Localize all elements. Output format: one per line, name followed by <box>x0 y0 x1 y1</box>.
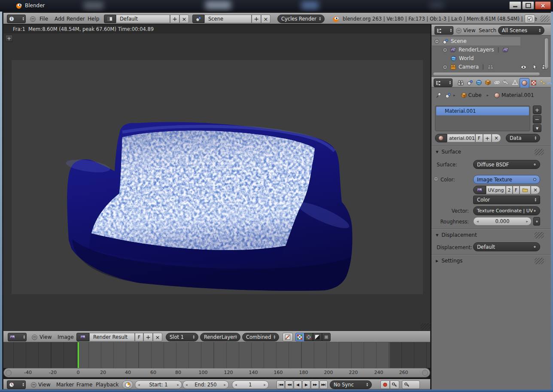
tab-object[interactable] <box>483 78 492 87</box>
expand-toggle-icon[interactable]: + <box>443 48 447 52</box>
play-button[interactable]: ▶ <box>302 380 310 389</box>
image-paint-toggle[interactable] <box>283 333 293 341</box>
roughness-socket-button[interactable] <box>533 217 540 226</box>
window-titlebar[interactable]: Blender × <box>0 0 553 12</box>
render-engine-select[interactable]: Cycles Render ▴▾ <box>277 15 325 23</box>
settings-panel-header[interactable]: ▶ Settings <box>431 256 551 265</box>
displacement-panel-header[interactable]: ▼ Displacement <box>431 231 551 239</box>
minimize-button[interactable] <box>509 1 521 9</box>
menu-image[interactable]: Image <box>58 332 74 343</box>
texture-image-users-button[interactable]: 2 <box>506 186 513 194</box>
tab-object-data[interactable] <box>510 78 520 87</box>
menu-playback[interactable]: Playback <box>96 379 119 390</box>
roughness-slider[interactable]: ◂ 0.000 ▸ <box>473 217 532 226</box>
editor-type-selector[interactable]: ▴▾ <box>7 380 26 389</box>
end-frame-field[interactable]: ◂ End: 250 ▸ <box>182 380 229 389</box>
record-button[interactable] <box>380 380 390 389</box>
editor-type-selector[interactable]: ▴▾ <box>8 333 27 341</box>
color-collapse-icon[interactable]: − <box>434 177 438 181</box>
panel-drag-grip[interactable] <box>535 258 544 264</box>
image-browse-button[interactable] <box>76 333 89 341</box>
outliner-horizontal-scrollbar[interactable] <box>433 72 540 76</box>
texture-image-name-field[interactable]: UV.png <box>486 186 506 194</box>
slot-specials-button[interactable]: ▼ <box>533 124 541 132</box>
node-material-icon[interactable] <box>445 92 451 99</box>
image-fake-user-button[interactable]: F <box>135 333 143 341</box>
region-corner-grip[interactable] <box>421 323 430 330</box>
tab-modifiers[interactable] <box>501 78 510 87</box>
scene-add-button[interactable]: + <box>252 15 261 23</box>
menu-view[interactable]: View <box>40 332 52 343</box>
breadcrumb-material[interactable]: Material.001 <box>501 92 534 98</box>
collapse-menus-button[interactable]: − <box>456 28 462 33</box>
layout-add-button[interactable]: + <box>170 15 179 23</box>
expand-toggle-icon[interactable]: + <box>443 65 447 69</box>
previous-keyframe-button[interactable]: ◀◀ <box>285 380 293 389</box>
layout-delete-button[interactable]: × <box>179 15 189 23</box>
next-keyframe-button[interactable]: ▶▶ <box>311 380 319 389</box>
auto-keyframe-button[interactable] <box>390 380 399 389</box>
tab-particles[interactable] <box>538 78 547 87</box>
menu-marker[interactable]: Marker <box>56 379 74 390</box>
pin-icon[interactable] <box>435 92 442 99</box>
collapse-menus-button[interactable]: − <box>32 335 37 340</box>
scene-name-field[interactable]: Scene <box>204 15 252 23</box>
outliner-vertical-scrollbar[interactable] <box>544 38 549 69</box>
tree-row-scene[interactable]: − Scene <box>432 37 520 45</box>
menu-render[interactable]: Render <box>67 13 85 24</box>
texture-image-browse-button[interactable] <box>473 186 486 194</box>
render-pass-select[interactable]: Combined ▴▾ <box>242 333 279 341</box>
region-expand-button[interactable]: + <box>5 35 13 42</box>
tab-texture[interactable] <box>529 78 538 87</box>
tab-physics[interactable] <box>547 78 553 87</box>
image-editor-canvas[interactable]: + <box>3 33 430 331</box>
channel-alpha-button[interactable] <box>313 333 322 341</box>
scrubber-right-knob[interactable] <box>422 370 428 376</box>
timeline-scrubber[interactable]: -40 -20 0 20 40 60 80 100 120 140 160 18… <box>3 368 430 377</box>
current-frame-marker[interactable] <box>78 342 79 368</box>
surface-shader-select[interactable]: Diffuse BSDF <box>473 160 540 169</box>
header-corner-grip[interactable] <box>540 15 550 22</box>
tab-material[interactable] <box>520 78 529 88</box>
sync-mode-select[interactable]: No Sync ▴▾ <box>330 380 372 389</box>
jump-to-end-button[interactable]: ▶▶| <box>319 380 328 389</box>
material-unlink-button[interactable]: × <box>492 134 501 142</box>
current-frame-field[interactable]: ◂ 1 ▸ <box>232 380 269 389</box>
close-button[interactable]: × <box>535 1 551 9</box>
tree-row-world[interactable]: World <box>432 54 548 63</box>
tab-constraints[interactable] <box>492 78 501 87</box>
tab-world[interactable] <box>474 78 483 87</box>
start-frame-field[interactable]: ◂ Start: 1 ▸ <box>135 380 182 389</box>
panel-drag-grip[interactable] <box>535 149 544 155</box>
texture-image-unlink-button[interactable]: × <box>531 186 540 194</box>
jump-to-start-button[interactable]: |◀◀ <box>276 380 285 389</box>
menu-file[interactable]: File <box>40 13 48 24</box>
material-slot-row[interactable]: Material.001 <box>436 107 529 115</box>
time-cursor-toggle[interactable] <box>122 380 133 389</box>
material-name-field[interactable]: aterial.001 <box>447 134 475 142</box>
channel-zdepth-button[interactable] <box>322 333 331 341</box>
tree-row-camera[interactable]: + Camera | <box>432 63 548 71</box>
editor-type-selector[interactable]: ▴▾ <box>434 78 453 87</box>
render-layer-select[interactable]: RenderLayer ▴▾ <box>200 333 240 341</box>
collapse-menus-button[interactable]: − <box>30 16 36 22</box>
collapse-toggle-icon[interactable]: − <box>434 39 439 44</box>
rendered-image[interactable] <box>12 60 423 294</box>
menu-help[interactable]: Help <box>88 13 99 24</box>
image-add-button[interactable]: + <box>143 333 153 341</box>
material-fake-user-button[interactable]: F <box>475 134 483 142</box>
layout-name-field[interactable]: Default <box>116 15 170 23</box>
timeline-track-area[interactable] <box>3 342 430 368</box>
panel-drag-grip[interactable] <box>535 232 544 238</box>
slot-remove-button[interactable]: − <box>533 115 541 124</box>
layout-browse-button[interactable] <box>104 15 116 23</box>
scrubber-left-knob[interactable] <box>6 370 12 376</box>
vector-input-select[interactable]: Texture Coordinate | UV <box>473 206 540 215</box>
material-browse-button[interactable] <box>435 134 447 142</box>
color-input-select[interactable]: Image Texture <box>473 175 540 184</box>
image-name-field[interactable]: Render Result <box>89 333 135 341</box>
keying-set-button[interactable] <box>402 380 420 389</box>
tab-render[interactable] <box>456 78 465 87</box>
channel-rgba-button[interactable] <box>295 333 304 341</box>
visibility-eye-icon[interactable] <box>520 64 527 70</box>
